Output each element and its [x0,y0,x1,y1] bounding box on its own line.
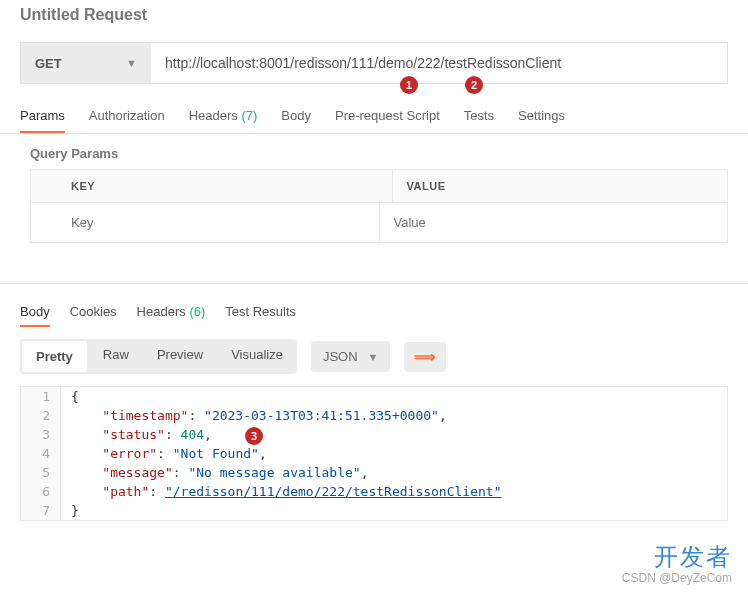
view-mode-group: Pretty Raw Preview Visualize [20,339,297,374]
view-bar: Pretty Raw Preview Visualize JSON ▼ ⟹ [0,327,748,386]
params-header: KEY VALUE [31,170,727,203]
request-tabs: Params Authorization Headers (7) Body Pr… [0,100,748,134]
column-key: KEY [31,170,393,202]
key-input[interactable] [31,203,379,242]
view-preview[interactable]: Preview [143,339,217,374]
query-params-title: Query Params [0,134,748,169]
tab-authorization[interactable]: Authorization [89,100,165,133]
headers-count: (7) [241,108,257,123]
view-pretty[interactable]: Pretty [22,341,87,372]
column-value: VALUE [393,170,728,202]
tab-body[interactable]: Body [281,100,311,133]
response-tab-headers[interactable]: Headers (6) [137,298,206,327]
view-raw[interactable]: Raw [89,339,143,374]
response-tab-body[interactable]: Body [20,298,50,327]
tab-prerequest[interactable]: Pre-request Script [335,100,440,133]
tab-tests[interactable]: Tests [464,100,494,133]
url-bar: GET ▼ [20,42,728,84]
view-visualize[interactable]: Visualize [217,339,297,374]
params-row [31,203,727,242]
http-method-select[interactable]: GET ▼ [21,43,151,83]
request-title: Untitled Request [0,0,748,30]
tab-settings[interactable]: Settings [518,100,565,133]
method-label: GET [35,56,62,71]
annotation-3: 3 [245,427,263,445]
response-body-viewer[interactable]: 1{ 2 "timestamp": "2023-03-13T03:41:51.3… [20,386,728,521]
url-input[interactable] [151,43,727,83]
annotation-2: 2 [465,76,483,94]
value-input[interactable] [380,203,728,242]
response-tab-test-results[interactable]: Test Results [225,298,296,327]
chevron-down-icon: ▼ [126,57,137,69]
tab-params[interactable]: Params [20,100,65,133]
params-table: KEY VALUE [30,169,728,243]
response-tabs: Body Cookies Headers (6) Test Results [0,283,748,327]
response-headers-count: (6) [189,304,205,319]
tab-headers[interactable]: Headers (7) [189,100,258,133]
response-tab-cookies[interactable]: Cookies [70,298,117,327]
format-select[interactable]: JSON ▼ [311,341,391,372]
wrap-lines-icon[interactable]: ⟹ [404,342,446,372]
annotation-1: 1 [400,76,418,94]
chevron-down-icon: ▼ [368,351,379,363]
